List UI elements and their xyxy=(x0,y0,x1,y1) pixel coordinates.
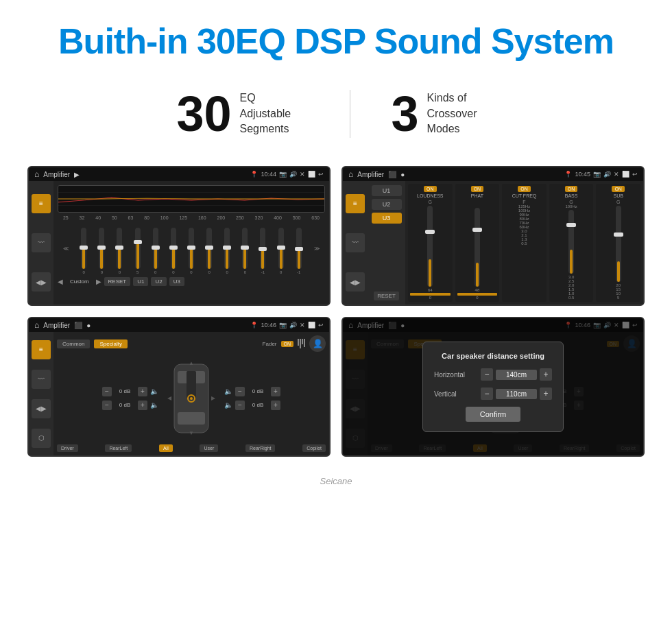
rr-plus[interactable]: + xyxy=(271,401,280,410)
sub-label: SUB xyxy=(613,193,623,198)
fr-plus[interactable]: + xyxy=(271,387,280,396)
u2-btn[interactable]: U2 xyxy=(151,277,166,286)
close-icon[interactable]: ✕ xyxy=(300,171,305,178)
home-icon-2[interactable]: ⌂ xyxy=(348,169,353,179)
eq-slider-4: 5 xyxy=(135,228,141,274)
vol-btn[interactable]: ◀▶ xyxy=(32,272,51,291)
screen-specialty: ⌂ Amplifier ⬛ ● 📍 10:46 📷 🔊 ✕ ⬜ ↩ ≡ 〰 ◀▶… xyxy=(27,317,331,457)
camera-icon-3: 📷 xyxy=(279,322,287,329)
speaker-icon-rl: 🔈 xyxy=(150,401,158,409)
scroll-left[interactable]: ≪ xyxy=(63,246,69,252)
next-btn[interactable]: ▶ xyxy=(96,278,101,285)
window-icon: ⬜ xyxy=(308,171,315,178)
ch-bass: ON BASS G 100Hz 3.0 2.5 2.0 1.5 1.0 xyxy=(549,184,594,302)
svg-text:▶: ▶ xyxy=(211,395,216,401)
sub-on[interactable]: ON xyxy=(612,186,625,192)
vertical-plus[interactable]: + xyxy=(540,387,552,400)
horizontal-plus[interactable]: + xyxy=(540,368,552,381)
confirm-button[interactable]: Confirm xyxy=(466,407,520,422)
play-icon[interactable]: ▶ xyxy=(74,171,80,178)
back-icon[interactable]: ↩ xyxy=(318,171,324,178)
dialog-overlay: Car speaker distance setting Horizontal … xyxy=(343,318,643,455)
rearleft-btn[interactable]: RearLeft xyxy=(105,444,132,452)
reset-btn[interactable]: RESET xyxy=(104,277,131,286)
copilot-btn[interactable]: Copilot xyxy=(302,444,326,452)
eq-active-btn[interactable]: ≡ xyxy=(32,194,51,213)
wave-btn-3[interactable]: 〰 xyxy=(32,370,51,389)
fr-minus[interactable]: − xyxy=(235,387,245,396)
specialty-tab[interactable]: Specialty xyxy=(94,339,127,348)
bt-btn[interactable]: ⬡ xyxy=(32,429,51,448)
u3-preset[interactable]: U3 xyxy=(372,213,402,224)
bass-slider[interactable] xyxy=(568,210,574,274)
screen1-time: 10:44 xyxy=(261,171,276,178)
screen-crossover: ⌂ Amplifier ⬛ ● 📍 10:45 📷 🔊 ✕ ⬜ ↩ ≡ 〰 xyxy=(341,166,645,306)
reset-small[interactable]: RESET xyxy=(374,291,399,300)
rr-db: 0 dB xyxy=(248,402,268,408)
fl-db: 0 dB xyxy=(115,388,135,394)
eq-slider-9: 0 xyxy=(224,228,230,274)
horizontal-row: Horizontal − 140cm + xyxy=(434,368,552,381)
record-icon-3: ⬛ xyxy=(74,322,82,329)
horizontal-control: − 140cm + xyxy=(481,368,552,381)
front-left-row: − 0 dB + 🔈 xyxy=(102,387,158,396)
vertical-row: Vertical − 110cm + xyxy=(434,387,552,400)
wave-btn-2[interactable]: 〰 xyxy=(346,233,365,252)
screen-eq: ⌂ Amplifier ▶ 📍 10:44 📷 🔊 ✕ ⬜ ↩ ≡ 〰 ◀▶ xyxy=(27,166,331,306)
u2-preset[interactable]: U2 xyxy=(372,199,402,210)
phat-on[interactable]: ON xyxy=(471,186,484,192)
common-tab[interactable]: Common xyxy=(57,339,90,348)
eq-btn-2[interactable]: ≡ xyxy=(346,194,365,213)
driver-btn[interactable]: Driver xyxy=(57,444,78,452)
status-bar-1: ⌂ Amplifier ▶ 📍 10:44 📷 🔊 ✕ ⬜ ↩ xyxy=(29,167,329,181)
scroll-right[interactable]: ≫ xyxy=(314,246,320,252)
screen-dialog: ⌂ Amplifier ⬛ ● 📍 10:46 📷 🔊 ✕ ⬜ ↩ ≡ 〰 ◀▶… xyxy=(341,317,645,457)
screenshots-grid: ⌂ Amplifier ▶ 📍 10:44 📷 🔊 ✕ ⬜ ↩ ≡ 〰 ◀▶ xyxy=(0,159,672,470)
wave-btn[interactable]: 〰 xyxy=(32,233,51,252)
location-icon-3: 📍 xyxy=(250,322,258,329)
volume-icon-3: 🔊 xyxy=(289,322,297,329)
cutfreq-on[interactable]: ON xyxy=(518,186,531,192)
fl-plus[interactable]: + xyxy=(138,387,147,396)
screen1-content: ≡ 〰 ◀▶ xyxy=(29,181,329,305)
all-btn[interactable]: All xyxy=(159,444,173,452)
vol-btn-2[interactable]: ◀▶ xyxy=(346,272,365,291)
bass-on[interactable]: ON xyxy=(565,186,578,192)
camera-icon-2: 📷 xyxy=(593,171,601,178)
home-icon-3[interactable]: ⌂ xyxy=(34,320,39,330)
back-icon-3[interactable]: ↩ xyxy=(318,322,324,329)
loudness-on[interactable]: ON xyxy=(424,186,437,192)
vol-btn-3[interactable]: ◀▶ xyxy=(32,399,51,418)
rearright-btn[interactable]: RearRight xyxy=(245,444,276,452)
ch-loudness: ON LOUDNESS G 64 0 xyxy=(408,184,453,302)
vertical-minus[interactable]: − xyxy=(481,387,493,400)
u3-btn[interactable]: U3 xyxy=(169,277,184,286)
phat-slider[interactable] xyxy=(475,208,480,287)
u1-btn[interactable]: U1 xyxy=(133,277,148,286)
eq-btn-3[interactable]: ≡ xyxy=(32,340,51,359)
rl-plus[interactable]: + xyxy=(138,401,147,410)
rl-minus[interactable]: − xyxy=(102,401,112,410)
fader-on[interactable]: ON xyxy=(281,341,294,347)
home-icon[interactable]: ⌂ xyxy=(34,169,39,179)
back-icon-2[interactable]: ↩ xyxy=(632,171,638,178)
svg-point-10 xyxy=(190,397,193,400)
eq-graph xyxy=(58,185,325,213)
screen2-time: 10:45 xyxy=(575,171,590,178)
prev-btn[interactable]: ◀ xyxy=(58,278,63,285)
horizontal-minus[interactable]: − xyxy=(481,368,493,381)
user-btn[interactable]: User xyxy=(200,444,218,452)
fl-minus[interactable]: − xyxy=(102,387,112,396)
close-icon-3[interactable]: ✕ xyxy=(300,322,305,329)
eq-slider-5: 0 xyxy=(153,228,158,274)
spec-content: ≡ 〰 ◀▶ ⬡ Common Specialty Fader ON xyxy=(29,332,329,455)
loudness-label: LOUDNESS xyxy=(417,193,444,198)
close-icon-2[interactable]: ✕ xyxy=(614,171,619,178)
rr-minus[interactable]: − xyxy=(235,401,245,410)
eq-slider-6: 0 xyxy=(171,228,176,274)
loudness-slider[interactable] xyxy=(427,206,433,287)
u1-preset[interactable]: U1 xyxy=(372,185,402,196)
sub-slider[interactable] xyxy=(616,206,621,282)
fr-db: 0 dB xyxy=(248,388,268,394)
vertical-control: − 110cm + xyxy=(481,387,552,400)
